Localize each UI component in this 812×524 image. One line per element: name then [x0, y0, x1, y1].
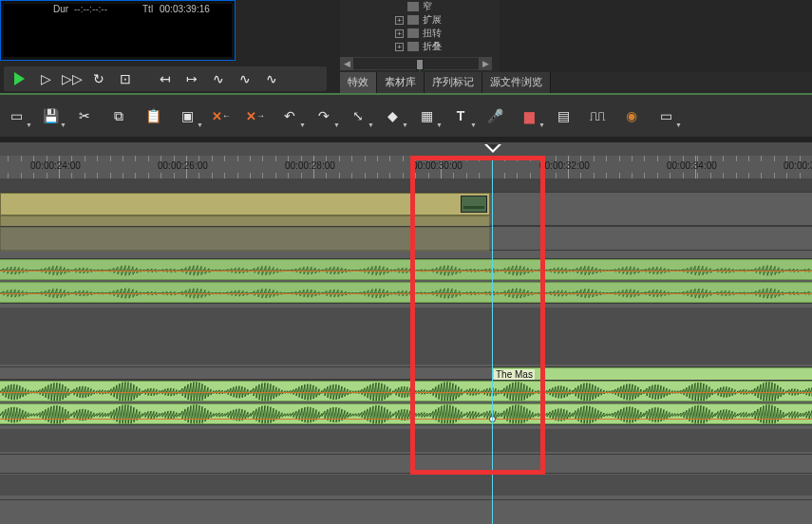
- scroll-right-icon[interactable]: ▶: [479, 57, 492, 70]
- top-panel: Dur --:--:--:-- Ttl 00:03:39:16 ▷ ▷▷ ↻ ⊡…: [0, 0, 812, 93]
- audio-clip[interactable]: [0, 381, 812, 402]
- expand-icon[interactable]: +: [395, 43, 404, 51]
- clip-thumbnail: [461, 196, 487, 213]
- info-strip: Dur --:--:--:-- Ttl 00:03:39:16: [0, 2, 323, 15]
- folder-icon: [407, 15, 419, 25]
- ruler-label: 00:00:26:00: [158, 160, 208, 171]
- ripple-delete-b-button[interactable]: ✕→: [245, 105, 266, 126]
- paste-button[interactable]: 📋: [142, 105, 163, 126]
- audio-track-2-header[interactable]: The Mas: [0, 366, 812, 380]
- audio-clip[interactable]: The Mas: [492, 367, 812, 381]
- expand-icon[interactable]: +: [395, 29, 404, 38]
- tab-markers[interactable]: 序列标记: [425, 72, 482, 93]
- folder-icon: [407, 2, 419, 11]
- track-spacer: [0, 178, 812, 192]
- video-track-2[interactable]: [0, 192, 812, 226]
- audio-track-2[interactable]: [0, 380, 812, 425]
- fast-forward-button[interactable]: ▷▷: [63, 69, 82, 88]
- scroll-left-icon[interactable]: ◀: [340, 57, 353, 70]
- track-separator: [0, 473, 812, 474]
- effects-tabs: 特效 素材库 序列标记 源文件浏览: [340, 72, 812, 93]
- scroll-track[interactable]: [353, 57, 479, 70]
- ruler-label: 00:00:30:00: [412, 160, 463, 171]
- ab-loop-button[interactable]: ⊡: [116, 69, 135, 88]
- video-clip[interactable]: [0, 227, 490, 252]
- fx-tree-item[interactable]: +折叠: [395, 40, 498, 53]
- waveform-a-button[interactable]: ∿: [209, 69, 228, 88]
- audio-clip[interactable]: [0, 403, 812, 424]
- save-button[interactable]: 💾▼: [40, 105, 61, 126]
- ttl-value: 00:03:39:16: [160, 4, 210, 14]
- volume-rubberband[interactable]: [0, 293, 812, 294]
- fx-tree-item[interactable]: +扩展: [395, 13, 498, 27]
- copy-button[interactable]: ⧉: [108, 105, 129, 126]
- swatch-button[interactable]: ◉: [621, 105, 642, 126]
- fx-tree-item[interactable]: +扭转: [395, 27, 498, 40]
- waveform-b-button[interactable]: ∿: [236, 69, 255, 88]
- mark-out-button[interactable]: ↦: [182, 69, 201, 88]
- loop-button[interactable]: ↻: [89, 69, 108, 88]
- volume-rubberband[interactable]: [0, 392, 812, 393]
- trim-button[interactable]: ⤡▼: [348, 105, 368, 126]
- volume-rubberband[interactable]: [0, 419, 812, 420]
- transport-bar: ▷ ▷▷ ↻ ⊡ ↤ ↦ ∿ ∿ ∿: [4, 66, 327, 91]
- grid-button[interactable]: ▤: [553, 105, 574, 126]
- group-button[interactable]: ▣▼: [177, 105, 198, 126]
- timeline-ruler[interactable]: 00:00:24:0000:00:26:0000:00:28:0000:00:3…: [0, 156, 812, 178]
- ruler-label: 00:00:28:00: [285, 160, 335, 171]
- ttl-label: Ttl: [142, 4, 153, 14]
- empty-track-gap: [0, 475, 812, 496]
- ruler-label: 00:00:24:00: [30, 160, 81, 171]
- video-clip[interactable]: [0, 193, 490, 215]
- step-forward-button[interactable]: ▷: [36, 69, 55, 88]
- waveform-c-button[interactable]: ∿: [262, 69, 281, 88]
- dur-label: Dur: [53, 4, 68, 14]
- effects-tree[interactable]: 窄 +扩展 +扭转 +折叠: [395, 0, 498, 57]
- color-button[interactable]: ▆▼: [519, 105, 539, 126]
- expand-icon[interactable]: +: [395, 16, 404, 25]
- audio-track-1[interactable]: [0, 258, 812, 304]
- empty-track-gap: [0, 429, 812, 452]
- mixer-button[interactable]: ⎍⎍: [587, 105, 608, 126]
- ruler-label: 00:00:36:00: [784, 160, 812, 171]
- playhead[interactable]: [492, 156, 493, 524]
- marker-button[interactable]: ◆▼: [382, 105, 403, 126]
- ruler-label: 00:00:32:00: [539, 160, 590, 171]
- text-button[interactable]: T▼: [450, 105, 471, 126]
- tab-effects[interactable]: 特效: [340, 72, 377, 93]
- mark-in-button[interactable]: ↤: [156, 69, 175, 88]
- panel-button[interactable]: ▭▼: [6, 105, 27, 126]
- fx-scrollbar[interactable]: ◀ ▶: [340, 57, 492, 70]
- mic-button[interactable]: 🎤: [484, 105, 505, 126]
- track-separator: [0, 499, 812, 500]
- toolbar-separator: [0, 137, 812, 142]
- fx-tree-item[interactable]: 窄: [395, 0, 498, 13]
- folder-icon: [407, 42, 419, 51]
- ruler-label: 00:00:34:00: [667, 160, 717, 171]
- enhance-button[interactable]: ▦▼: [416, 105, 437, 126]
- tracks-area[interactable]: The Mas: [0, 178, 812, 524]
- undo-button[interactable]: ↶▼: [279, 105, 300, 126]
- clip-label: The Mas: [494, 369, 535, 380]
- scroll-thumb[interactable]: [416, 59, 424, 70]
- empty-track-gap: [0, 308, 812, 365]
- waveform-icon: [0, 404, 812, 424]
- video-track-1[interactable]: [0, 226, 812, 251]
- volume-rubberband[interactable]: [0, 271, 812, 271]
- main-toolbar: ▭▼ 💾▼ ✂ ⧉ 📋 ▣▼ ✕← ✕→ ↶▼ ↷▼ ⤡▼ ◆▼ ▦▼ T▼ 🎤…: [0, 95, 812, 137]
- play-button[interactable]: [9, 69, 28, 88]
- folder-icon: [407, 28, 419, 38]
- tab-source-browser[interactable]: 源文件浏览: [482, 72, 551, 93]
- audio-clip[interactable]: [0, 259, 812, 280]
- playhead-caret-icon[interactable]: [484, 144, 501, 156]
- cut-button[interactable]: ✂: [74, 105, 95, 126]
- dur-value: --:--:--:--: [74, 4, 107, 14]
- share-button[interactable]: ▭▼: [655, 105, 676, 126]
- redo-button[interactable]: ↷▼: [313, 105, 334, 126]
- tab-library[interactable]: 素材库: [377, 72, 425, 93]
- audio-clip[interactable]: [0, 282, 812, 303]
- track-separator: [0, 454, 812, 455]
- ripple-delete-a-button[interactable]: ✕←: [211, 105, 232, 126]
